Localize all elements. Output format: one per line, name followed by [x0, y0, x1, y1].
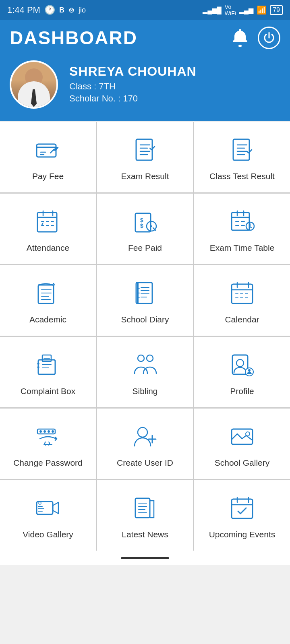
grid-item-exam-result[interactable]: Exam Result [97, 122, 193, 192]
network-signal: ▂▄▆█ [203, 6, 222, 14]
svg-point-28 [52, 430, 54, 433]
grid-label-attendance: Attendance [27, 242, 69, 253]
class-test-icon [228, 135, 257, 164]
grid-item-exam-time-table[interactable]: Exam Time Table [194, 194, 290, 264]
grid-item-upcoming-events[interactable]: Upcoming Events [194, 480, 290, 551]
bottom-bar [0, 551, 290, 565]
grid-item-latest-news[interactable]: Latest News [97, 480, 193, 551]
svg-point-0 [238, 45, 242, 47]
avatar [10, 60, 58, 109]
grid-label-upcoming-events: Upcoming Events [209, 529, 276, 540]
svg-rect-32 [37, 502, 53, 514]
grid-label-create-user-id: Create User ID [117, 457, 173, 468]
grid-item-change-password[interactable]: Change Password [0, 409, 96, 479]
svg-rect-35 [232, 499, 253, 518]
grid-label-change-password: Change Password [13, 457, 83, 468]
grid-label-sibling: Sibling [132, 386, 157, 396]
grid-item-fee-paid[interactable]: $ $ Fee Paid [97, 194, 193, 264]
svg-point-33 [39, 502, 41, 504]
grid-label-exam-result: Exam Result [121, 171, 169, 182]
upcoming-events-icon [228, 493, 257, 522]
fee-paid-icon: $ $ [130, 207, 160, 236]
grid-label-fee-paid: Fee Paid [128, 242, 162, 253]
svg-rect-16 [38, 360, 55, 374]
grid-label-class-test-result: Class Test Result [209, 171, 275, 182]
profile-section: SHREYA CHOUHAN Class : 7TH Scholar No. :… [10, 60, 280, 109]
grid-item-create-user-id[interactable]: Create User ID [97, 409, 193, 479]
grid-item-school-gallery[interactable]: School Gallery [194, 409, 290, 479]
video-gallery-icon [33, 493, 62, 522]
svg-rect-34 [135, 498, 150, 518]
grid-item-class-test-result[interactable]: Class Test Result [194, 122, 290, 192]
attendance-icon [33, 207, 62, 236]
svg-point-25 [39, 430, 42, 433]
signal-icon: ⊗ [68, 6, 75, 14]
header-actions [229, 27, 280, 49]
wifi-icon: 📶 [257, 5, 267, 15]
svg-point-19 [147, 355, 153, 361]
svg-point-21 [236, 359, 244, 367]
grid-item-video-gallery[interactable]: Video Gallery [0, 480, 96, 551]
status-left: 1:44 PM 🕐 B ⊗ jio [7, 5, 86, 15]
home-indicator [121, 557, 169, 559]
battery-display: 79 [270, 5, 283, 15]
grid-label-exam-time-table: Exam Time Table [210, 242, 275, 253]
grid-label-school-diary: School Diary [121, 314, 169, 325]
vo-wifi-label: VoWiFi [225, 4, 236, 17]
pay-fee-icon [33, 135, 62, 164]
grid-label-pay-fee: Pay Fee [32, 171, 64, 182]
profile-scholar: Scholar No. : 170 [69, 93, 197, 104]
create-user-icon [130, 422, 160, 451]
svg-rect-13 [38, 285, 54, 303]
academic-icon [33, 279, 62, 308]
change-password-icon [33, 422, 62, 451]
exam-timetable-icon [228, 207, 257, 236]
grid-label-video-gallery: Video Gallery [23, 529, 73, 540]
grid-label-academic: Academic [29, 314, 66, 325]
wifi-signal: ▂▄▆ [239, 6, 253, 14]
school-gallery-icon [228, 422, 257, 451]
grid-item-sibling[interactable]: Sibling [97, 337, 193, 407]
svg-rect-4 [37, 213, 57, 232]
school-diary-icon [130, 279, 160, 308]
grid-item-calendar[interactable]: Calendar [194, 265, 290, 336]
latest-news-icon [130, 493, 160, 522]
grid-item-pay-fee[interactable]: Pay Fee [0, 122, 96, 192]
dashboard-grid: Pay Fee Exam Result Class Test Result At… [0, 122, 290, 551]
header-top: DASHBOARD [10, 27, 280, 49]
profile-class: Class : 7TH [69, 81, 197, 92]
profile-name: SHREYA CHOUHAN [69, 64, 197, 79]
notification-bell-button[interactable] [229, 27, 251, 49]
svg-point-26 [44, 430, 46, 433]
grid-item-profile[interactable]: Profile [194, 337, 290, 407]
svg-point-31 [246, 432, 250, 436]
svg-rect-2 [136, 139, 152, 160]
dashboard-title: DASHBOARD [10, 27, 137, 49]
grid-label-profile: Profile [230, 386, 254, 396]
jio-label: jio [79, 6, 86, 14]
grid-item-complaint-box[interactable]: Complaint Box [0, 337, 96, 407]
grid-item-academic[interactable]: Academic [0, 265, 96, 336]
grid-label-complaint-box: Complaint Box [21, 386, 76, 396]
complaint-box-icon [33, 350, 62, 379]
svg-point-23 [248, 369, 251, 372]
svg-point-27 [48, 430, 50, 433]
svg-point-29 [138, 427, 147, 437]
profile-info: SHREYA CHOUHAN Class : 7TH Scholar No. :… [69, 64, 197, 105]
svg-rect-3 [233, 139, 249, 160]
svg-text:$: $ [140, 223, 143, 229]
profile-icon [228, 350, 257, 379]
grid-label-latest-news: Latest News [122, 529, 168, 540]
b-icon: B [59, 6, 64, 14]
grid-item-school-diary[interactable]: School Diary [97, 265, 193, 336]
grid-label-school-gallery: School Gallery [215, 457, 270, 468]
svg-point-9 [151, 225, 152, 227]
sibling-icon [130, 350, 160, 379]
exam-result-icon [130, 135, 160, 164]
grid-item-attendance[interactable]: Attendance [0, 194, 96, 264]
alarm-icon: 🕐 [44, 5, 55, 15]
grid-label-calendar: Calendar [225, 314, 259, 325]
header: DASHBOARD [0, 20, 290, 121]
power-button[interactable] [258, 27, 280, 49]
calendar-icon [228, 279, 257, 308]
